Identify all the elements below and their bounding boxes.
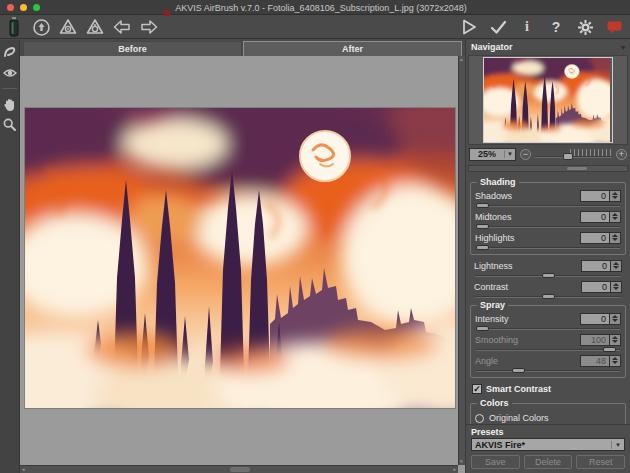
airbrush-spray-can-icon <box>5 18 23 36</box>
preset-reset-button[interactable]: Reset <box>576 455 625 469</box>
smoothing-slider-handle[interactable] <box>603 347 616 352</box>
hscroll-handle[interactable] <box>230 467 250 472</box>
navigator-collapse-icon[interactable]: ▾ <box>621 43 625 52</box>
image-canvas[interactable] <box>20 56 458 465</box>
midtones-spinner[interactable] <box>610 211 621 223</box>
redo-icon[interactable] <box>140 18 158 36</box>
preset-current-value: AKVIS Fire* <box>472 440 611 450</box>
scroll-down-icon[interactable]: ▾ <box>460 459 463 464</box>
shadows-slider[interactable] <box>476 202 620 209</box>
scroll-left-icon[interactable]: ◂ <box>22 467 25 472</box>
preset-save-button[interactable]: Save <box>471 455 520 469</box>
lightness-slider[interactable] <box>475 272 621 279</box>
canvas-vscrollbar[interactable]: ▴ ▾ <box>458 56 465 465</box>
presets-section: Presets AKVIS Fire* ▾ Save Delete Reset <box>466 424 630 473</box>
shadows-value-input[interactable]: 0 <box>580 190 610 202</box>
import-presets-icon[interactable] <box>59 18 77 36</box>
contrast-value-input[interactable]: 0 <box>581 281 611 293</box>
toolbar: i ? <box>0 16 630 39</box>
smart-contrast-row: ✓ Smart Contrast <box>469 382 627 396</box>
zoom-controls: 25% ▾ − + <box>466 145 630 163</box>
original-colors-radio[interactable] <box>475 414 484 423</box>
highlights-label: Highlights <box>475 233 580 243</box>
workspace: Before After <box>20 40 465 473</box>
highlights-slider[interactable] <box>476 244 620 251</box>
zoom-slider[interactable] <box>535 148 612 160</box>
preset-delete-button[interactable]: Delete <box>524 455 573 469</box>
intensity-slider[interactable] <box>476 325 620 332</box>
lightness-spinner[interactable] <box>611 260 622 272</box>
undo-icon[interactable] <box>113 18 131 36</box>
zoom-slider-handle[interactable] <box>563 153 573 160</box>
quick-preview-eye-icon[interactable] <box>2 65 17 80</box>
zoom-tool-icon[interactable] <box>2 117 17 132</box>
midtones-slider[interactable] <box>476 223 620 230</box>
zoom-in-button[interactable]: + <box>616 149 627 160</box>
smoothing-row: Smoothing 100 <box>475 333 621 346</box>
zoom-caret-icon[interactable]: ▾ <box>504 150 515 158</box>
lightness-slider-handle[interactable] <box>542 273 555 278</box>
shadows-slider-handle[interactable] <box>476 203 489 208</box>
contrast-spinner[interactable] <box>611 281 622 293</box>
original-colors-option[interactable]: Original Colors <box>475 412 621 424</box>
shadows-row: Shadows 0 <box>475 189 621 202</box>
app-window: AKVIS AirBrush v.7.0 - Fotolia_6408106_S… <box>0 0 630 473</box>
help-icon[interactable]: ? <box>547 18 565 36</box>
view-tabs: Before After <box>20 40 465 56</box>
about-info-icon[interactable]: i <box>518 18 536 36</box>
smoothing-slider[interactable] <box>476 346 620 353</box>
lightness-row: Lightness 0 <box>474 259 622 272</box>
scroll-up-icon[interactable]: ▴ <box>460 57 463 62</box>
navigator-header[interactable]: Navigator ▾ <box>466 40 630 54</box>
contrast-slider-handle[interactable] <box>542 294 555 299</box>
intensity-slider-handle[interactable] <box>476 326 489 331</box>
angle-spinner[interactable] <box>610 355 621 367</box>
preset-caret-icon[interactable]: ▾ <box>611 441 624 449</box>
processed-image[interactable] <box>25 108 455 408</box>
zoom-out-button[interactable]: − <box>520 149 531 160</box>
zoom-slider-track <box>535 156 612 158</box>
preferences-gear-icon[interactable] <box>576 18 594 36</box>
tab-before[interactable]: Before <box>23 41 242 56</box>
angle-value-input[interactable]: 48 <box>580 355 610 367</box>
shading-group: Shading Shadows 0 Midtones 0 <box>470 182 626 255</box>
hand-pan-tool-icon[interactable] <box>2 97 17 112</box>
preset-dropdown[interactable]: AKVIS Fire* ▾ <box>471 438 625 451</box>
export-presets-icon[interactable] <box>86 18 104 36</box>
contrast-slider[interactable] <box>475 293 621 300</box>
midtones-value-input[interactable]: 0 <box>580 211 610 223</box>
smart-contrast-checkbox[interactable]: ✓ <box>472 384 482 394</box>
settings-scrollbar[interactable] <box>468 165 628 172</box>
contrast-label: Contrast <box>474 282 581 292</box>
angle-slider-handle[interactable] <box>512 368 525 373</box>
shadows-spinner[interactable] <box>610 190 621 202</box>
smart-contrast-label: Smart Contrast <box>486 384 551 394</box>
spray-group-title: Spray <box>477 300 508 310</box>
highlights-slider-handle[interactable] <box>476 245 489 250</box>
crop-tool-icon[interactable] <box>2 45 17 60</box>
highlights-value-input[interactable]: 0 <box>580 232 610 244</box>
zoom-level-select[interactable]: 25% ▾ <box>469 148 516 161</box>
intensity-spinner[interactable] <box>610 313 621 325</box>
contrast-row: Contrast 0 <box>474 280 622 293</box>
navigator-preview-zone <box>468 55 628 145</box>
settings-panel: Navigator ▾ <box>465 40 630 473</box>
smoothing-label: Smoothing <box>475 335 580 345</box>
scroll-right-icon[interactable]: ▸ <box>453 467 456 472</box>
intensity-value-input[interactable]: 0 <box>580 313 610 325</box>
tab-after[interactable]: After <box>243 41 462 56</box>
smoothing-spinner[interactable] <box>610 334 621 346</box>
feedback-bubble-icon[interactable] <box>605 18 623 36</box>
run-processing-icon[interactable] <box>460 18 478 36</box>
tool-separator <box>3 88 17 89</box>
navigator-thumbnail[interactable] <box>484 58 612 142</box>
highlights-spinner[interactable] <box>610 232 621 244</box>
settings-scrollbar-handle[interactable] <box>567 167 587 170</box>
open-image-icon[interactable] <box>32 18 50 36</box>
smoothing-value-input[interactable]: 100 <box>580 334 610 346</box>
lightness-value-input[interactable]: 0 <box>581 260 611 272</box>
midtones-slider-handle[interactable] <box>476 224 489 229</box>
angle-slider[interactable] <box>476 367 620 374</box>
canvas-hscrollbar[interactable]: ◂ ▸ <box>20 465 458 473</box>
apply-result-icon[interactable] <box>489 18 507 36</box>
